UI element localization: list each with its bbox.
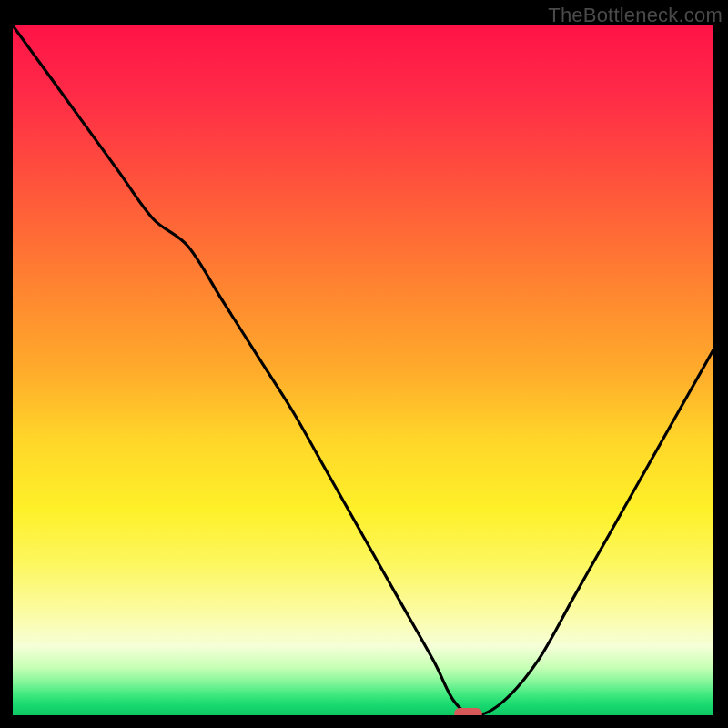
watermark-text: TheBottleneck.com xyxy=(548,4,723,27)
min-point-marker xyxy=(454,708,482,715)
chart-frame: TheBottleneck.com xyxy=(0,0,728,728)
bottleneck-curve xyxy=(13,25,713,715)
curve-layer xyxy=(13,25,713,715)
plot-area xyxy=(13,25,713,715)
